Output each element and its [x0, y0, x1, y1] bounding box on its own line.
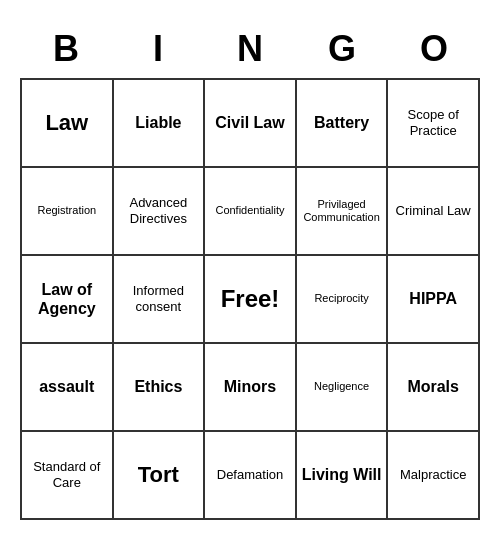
bingo-cell-24[interactable]: Malpractice [388, 432, 480, 520]
bingo-cell-22[interactable]: Defamation [205, 432, 297, 520]
bingo-cell-6[interactable]: Advanced Directives [114, 168, 206, 256]
bingo-cell-23[interactable]: Living Will [297, 432, 389, 520]
bingo-cell-12[interactable]: Free! [205, 256, 297, 344]
bingo-cell-9[interactable]: Criminal Law [388, 168, 480, 256]
bingo-cell-11[interactable]: Informed consent [114, 256, 206, 344]
bingo-cell-18[interactable]: Negligence [297, 344, 389, 432]
bingo-cell-17[interactable]: Minors [205, 344, 297, 432]
bingo-cell-0[interactable]: Law [22, 80, 114, 168]
bingo-cell-2[interactable]: Civil Law [205, 80, 297, 168]
bingo-cell-21[interactable]: Tort [114, 432, 206, 520]
bingo-cell-13[interactable]: Reciprocity [297, 256, 389, 344]
bingo-cell-1[interactable]: Liable [114, 80, 206, 168]
header-i: I [112, 24, 204, 74]
bingo-grid: LawLiableCivil LawBatteryScope of Practi… [20, 78, 480, 520]
bingo-cell-15[interactable]: assault [22, 344, 114, 432]
bingo-header: B I N G O [20, 24, 480, 74]
bingo-cell-14[interactable]: HIPPA [388, 256, 480, 344]
bingo-cell-16[interactable]: Ethics [114, 344, 206, 432]
bingo-cell-19[interactable]: Morals [388, 344, 480, 432]
bingo-cell-5[interactable]: Registration [22, 168, 114, 256]
bingo-cell-4[interactable]: Scope of Practice [388, 80, 480, 168]
header-b: B [20, 24, 112, 74]
header-n: N [204, 24, 296, 74]
bingo-cell-10[interactable]: Law of Agency [22, 256, 114, 344]
bingo-cell-3[interactable]: Battery [297, 80, 389, 168]
bingo-card: B I N G O LawLiableCivil LawBatteryScope… [10, 14, 490, 530]
bingo-cell-8[interactable]: Privilaged Communication [297, 168, 389, 256]
header-o: O [388, 24, 480, 74]
bingo-cell-20[interactable]: Standard of Care [22, 432, 114, 520]
header-g: G [296, 24, 388, 74]
bingo-cell-7[interactable]: Confidentiality [205, 168, 297, 256]
